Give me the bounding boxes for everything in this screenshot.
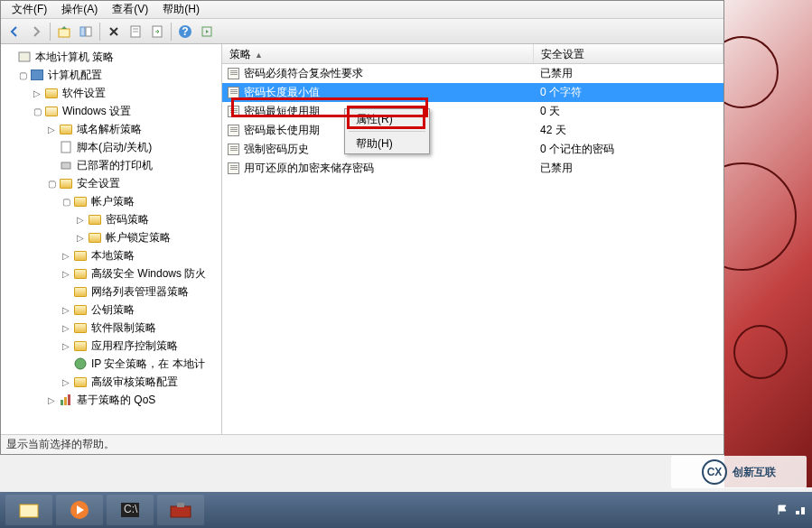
context-help[interactable]: 帮助(H): [345, 134, 429, 153]
export-button[interactable]: [147, 22, 167, 42]
taskbar-tray[interactable]: [776, 504, 807, 516]
policy-icon: [226, 162, 240, 176]
policy-icon: [226, 86, 240, 100]
tree-qos[interactable]: ▷基于策略的 QoS: [1, 391, 221, 409]
statusbar: 显示当前选择的帮助。: [1, 434, 723, 454]
console-tree[interactable]: 本地计算机 策略 ▢计算机配置 ▷软件设置 ▢Windows 设置 ▷域名解析策…: [1, 44, 222, 434]
tree-name-resolution[interactable]: ▷域名解析策略: [1, 120, 221, 138]
tree-label: 已部署的打印机: [77, 158, 153, 173]
help-button[interactable]: ?: [175, 22, 195, 42]
tree-software-settings[interactable]: ▷软件设置: [1, 84, 221, 102]
tree-security-settings[interactable]: ▢安全设置: [1, 174, 221, 192]
tree-label: IP 安全策略，在 本地计: [91, 357, 205, 372]
cell-policy: 用可还原的加密来储存密码: [244, 161, 540, 176]
tree-app-control[interactable]: ▷应用程序控制策略: [1, 337, 221, 355]
tree-deployed-printers[interactable]: 已部署的打印机: [1, 156, 221, 174]
taskbar-cmd-icon[interactable]: C:\: [107, 495, 154, 525]
tree-label: 本地策略: [91, 248, 135, 264]
tree-label: 基于策略的 QoS: [77, 393, 155, 408]
menu-view[interactable]: 查看(V): [105, 0, 155, 19]
up-button[interactable]: [54, 22, 74, 42]
svg-rect-10: [19, 52, 30, 61]
cell-policy: 密码长度最小值: [244, 85, 540, 100]
watermark-logo: CX 创新互联: [671, 456, 807, 488]
tree-adv-audit[interactable]: ▷高级审核策略配置: [1, 373, 221, 391]
svg-text:C:\: C:\: [124, 503, 138, 515]
taskbar-toolbox-icon[interactable]: [157, 495, 204, 525]
taskbar-mediaplayer-icon[interactable]: [56, 495, 103, 525]
policy-icon: [226, 143, 240, 157]
tray-flag-icon[interactable]: [776, 504, 789, 516]
column-header-policy[interactable]: 策略▲: [222, 44, 534, 63]
list-header: 策略▲ 安全设置: [222, 44, 723, 64]
tree-label: 本地计算机 策略: [35, 50, 114, 65]
list-row[interactable]: 密码必须符合复杂性要求 已禁用: [222, 64, 723, 83]
toolbar: ?: [1, 19, 723, 44]
menu-help[interactable]: 帮助(H): [155, 0, 207, 19]
status-text: 显示当前选择的帮助。: [6, 437, 115, 452]
show-hide-tree-button[interactable]: [76, 22, 96, 42]
tree-label: 脚本(启动/关机): [77, 140, 152, 155]
tree-ip-security[interactable]: IP 安全策略，在 本地计: [1, 355, 221, 373]
back-button[interactable]: [5, 22, 24, 42]
svg-rect-1: [80, 27, 85, 36]
tree-label: 域名解析策略: [77, 122, 142, 137]
taskbar-explorer-icon[interactable]: [5, 495, 52, 525]
tree-label: Windows 设置: [62, 104, 131, 119]
menubar: 文件(F) 操作(A) 查看(V) 帮助(H): [1, 1, 723, 19]
list-row[interactable]: 强制密码历史 0 个记住的密码: [222, 140, 723, 159]
context-menu: 属性(R) 帮助(H): [344, 108, 430, 154]
svg-rect-11: [61, 142, 70, 153]
tree-password-policy[interactable]: ▷密码策略: [1, 210, 221, 228]
tree-root[interactable]: 本地计算机 策略: [1, 48, 221, 66]
tree-label: 公钥策略: [91, 302, 135, 318]
svg-text:?: ?: [182, 25, 188, 38]
list-row[interactable]: 密码长度最小值 0 个字符: [222, 83, 723, 102]
svg-rect-16: [68, 394, 70, 405]
mmc-window: 文件(F) 操作(A) 查看(V) 帮助(H) ? 本地计算机 策略 ▢计算机配…: [0, 0, 724, 455]
tree-account-policies[interactable]: ▢帐户策略: [1, 192, 221, 210]
taskbar[interactable]: C:\: [0, 492, 812, 528]
list-row[interactable]: 用可还原的加密来储存密码 已禁用: [222, 159, 723, 178]
cell-setting: 已禁用: [540, 66, 723, 81]
properties-button[interactable]: [126, 22, 145, 42]
refresh-button[interactable]: [197, 22, 217, 42]
svg-rect-2: [86, 27, 91, 36]
tree-label: 软件设置: [62, 86, 106, 101]
tree-label: 软件限制策略: [91, 320, 156, 336]
tree-local-policies[interactable]: ▷本地策略: [1, 246, 221, 264]
tree-software-restrict[interactable]: ▷软件限制策略: [1, 319, 221, 337]
column-header-setting[interactable]: 安全设置: [534, 44, 723, 63]
menu-action[interactable]: 操作(A): [54, 0, 105, 19]
svg-rect-21: [171, 506, 191, 517]
tree-label: 高级安全 Windows 防火: [91, 266, 206, 282]
tree-public-key[interactable]: ▷公钥策略: [1, 301, 221, 319]
cell-setting: 0 个字符: [540, 85, 723, 100]
svg-rect-17: [20, 505, 38, 517]
tree-label: 计算机配置: [48, 68, 102, 83]
tree-network-list[interactable]: 网络列表管理器策略: [1, 283, 221, 301]
list-row[interactable]: 密码最短使用期 0 天: [222, 102, 723, 121]
menu-file[interactable]: 文件(F): [5, 0, 54, 19]
tree-scripts[interactable]: 脚本(启动/关机): [1, 138, 221, 156]
policy-icon: [226, 105, 240, 119]
svg-rect-22: [177, 503, 184, 507]
sort-indicator-icon: ▲: [255, 51, 263, 60]
cell-setting: 已禁用: [540, 161, 723, 176]
tree-windows-firewall[interactable]: ▷高级安全 Windows 防火: [1, 264, 221, 283]
tree-label: 帐户锁定策略: [106, 230, 171, 245]
forward-button[interactable]: [26, 22, 46, 42]
cell-setting: 42 天: [540, 123, 723, 138]
tree-label: 应用程序控制策略: [91, 338, 178, 354]
tree-computer-config[interactable]: ▢计算机配置: [1, 66, 221, 84]
list-row[interactable]: 密码最长使用期 42 天: [222, 121, 723, 140]
policy-icon: [226, 124, 240, 138]
tree-windows-settings[interactable]: ▢Windows 设置: [1, 102, 221, 120]
cell-setting: 0 个记住的密码: [540, 142, 723, 157]
delete-button[interactable]: [104, 22, 124, 42]
tree-lockout-policy[interactable]: ▷帐户锁定策略: [1, 228, 221, 246]
svg-rect-14: [61, 400, 63, 405]
tree-label: 安全设置: [77, 176, 120, 191]
tray-network-icon[interactable]: [794, 504, 807, 516]
context-properties[interactable]: 属性(R): [345, 109, 429, 129]
